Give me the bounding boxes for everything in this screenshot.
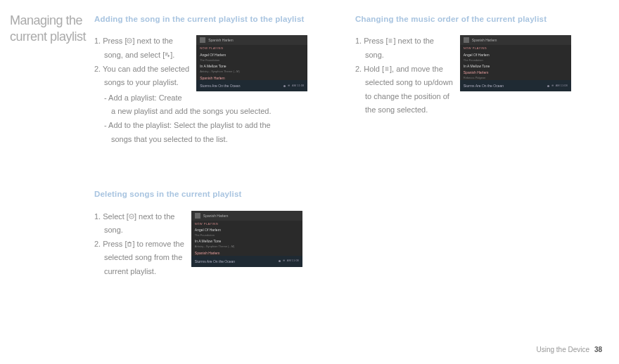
s1-step1-l2a: song, and select [ [104, 51, 165, 59]
s2-step2b: ], and move the [390, 65, 443, 73]
s3-step1-l2: song. [94, 224, 184, 237]
s1-step1-l2b: ]. [170, 51, 174, 59]
expand-circle-icon [127, 38, 132, 44]
s2-step1a: 1. Press [ [355, 37, 388, 45]
sidebar-title: Managing the current playlist [10, 13, 87, 281]
s3-step2-l2: selected song from the [94, 252, 184, 264]
s3-step1a: 1. Select [ [94, 212, 129, 221]
s3-step2-l3: current playlist. [94, 266, 184, 278]
s1-step1a: 1. Press [ [94, 37, 127, 45]
page-number: 38 [594, 346, 602, 353]
page-footer: Using the Device 38 [537, 344, 603, 356]
s2-step2-l4: the song selected. [355, 104, 453, 117]
s1-b2: - Add to the playlist: Select the playli… [94, 119, 341, 132]
s1-b1a: - Add a playlist: Create [94, 92, 341, 105]
s2-step2-l2: selected song to up/down [355, 77, 453, 89]
trash-icon [127, 241, 132, 247]
svg-point-1 [129, 214, 134, 218]
s1-b2b: songs that you selected to the list. [94, 134, 341, 146]
list-icon [388, 38, 393, 44]
section1-body-cont: - Add a playlist: Create a new playlist … [94, 92, 341, 145]
s3-step2a: 2. Press [ [94, 240, 127, 248]
s3-step2b: ] to remove the [132, 240, 184, 248]
section3-body: 1. Select [] next to the song. 2. Press … [94, 211, 184, 280]
svg-point-0 [127, 39, 132, 43]
section-title-order: Changing the music order of the current … [355, 13, 602, 25]
section2-body: 1. Press [] next to the song. 2. Hold []… [355, 35, 453, 118]
s2-step1b: ] next to the [393, 37, 433, 45]
section-title-delete: Deleting songs in the current playlist [94, 188, 341, 200]
s2-step2a: 2. Hold [ [355, 65, 384, 73]
s3-step1b: ] next to the [134, 212, 174, 221]
screenshot-delete-song: Spanish Harlem NOW PLAYING Angel Of Harl… [191, 211, 302, 267]
add-playlist-icon [165, 52, 170, 58]
s1-step1b: ] next to the [132, 37, 172, 45]
footer-label: Using the Device [537, 346, 590, 353]
s1-step2: 2. You can add the selected [94, 63, 189, 76]
s1-b1b: a new playlist and add the songs you sel… [94, 105, 341, 118]
screenshot-reorder-song: Spanish Harlem NOW PLAYING Angel Of Harl… [460, 35, 571, 91]
section-title-add: Adding the song in the current playlist … [94, 13, 341, 25]
screenshot-add-playlist: Spanish Harlem NOW PLAYING Angel Of Harl… [196, 35, 307, 91]
s1-step2-l2: songs to your playlist. [94, 77, 189, 89]
s2-step2-l3: to change the position of [355, 91, 453, 103]
s2-step1-l2: song. [355, 49, 453, 62]
list-icon [384, 66, 390, 72]
svg-rect-2 [128, 242, 131, 246]
expand-circle-icon [129, 214, 134, 219]
section1-body: 1. Press [] next to the song, and select… [94, 35, 189, 90]
